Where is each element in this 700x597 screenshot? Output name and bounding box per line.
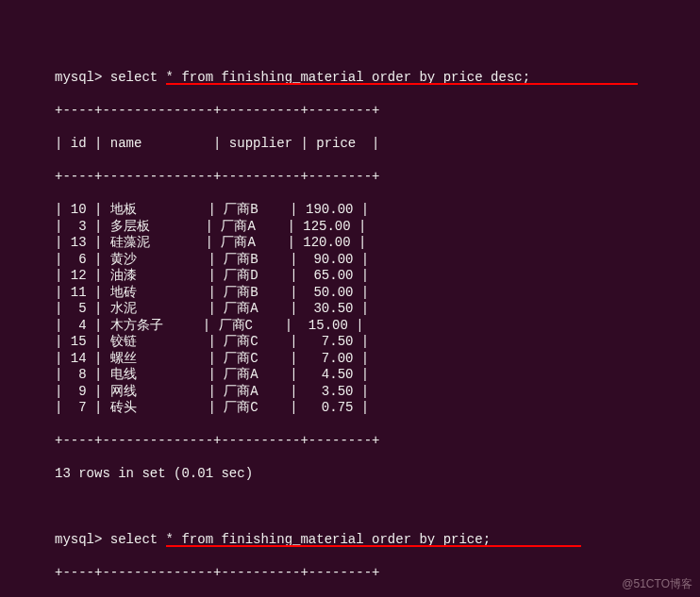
table-row: | 14 | 螺丝 | 厂商C | 7.00 | <box>55 351 700 368</box>
blank-line <box>55 499 700 516</box>
mysql-prompt: mysql> <box>55 70 110 85</box>
table-row: | 5 | 水泥 | 厂商A | 30.50 | <box>55 301 700 318</box>
table-row: | 3 | 多层板 | 厂商A | 125.00 | <box>55 219 700 236</box>
query-line-2[interactable]: mysql> select * from finishing_material … <box>55 532 700 549</box>
table-border-top-1: +----+--------------+----------+--------… <box>55 103 700 120</box>
table-row: | 12 | 油漆 | 厂商D | 65.00 | <box>55 268 700 285</box>
table-row: | 13 | 硅藻泥 | 厂商A | 120.00 | <box>55 235 700 252</box>
table-row: | 7 | 砖头 | 厂商C | 0.75 | <box>55 400 700 417</box>
table-row: | 15 | 铰链 | 厂商C | 7.50 | <box>55 334 700 351</box>
table-row: | 6 | 黄沙 | 厂商B | 90.00 | <box>55 252 700 269</box>
table-rows-1: | 10 | 地板 | 厂商B | 190.00 || 3 | 多层板 | 厂商… <box>55 202 700 417</box>
result-summary-1: 13 rows in set (0.01 sec) <box>55 466 700 483</box>
table-row: | 8 | 电线 | 厂商A | 4.50 | <box>55 367 700 384</box>
table-border-bot-1: +----+--------------+----------+--------… <box>55 433 700 450</box>
table-row: | 10 | 地板 | 厂商B | 190.00 | <box>55 202 700 219</box>
table-row: | 9 | 网线 | 厂商A | 3.50 | <box>55 384 700 401</box>
query-line-1[interactable]: mysql> select * from finishing_material … <box>55 70 700 87</box>
highlight-underline-2 <box>166 545 581 547</box>
watermark: @51CTO博客 <box>622 577 692 591</box>
table-border-top-2: +----+--------------+----------+--------… <box>55 565 700 582</box>
table-header-1: | id | name | supplier | price | <box>55 136 700 153</box>
highlight-underline-1 <box>166 83 638 85</box>
mysql-prompt: mysql> <box>55 532 110 547</box>
table-border-mid-1: +----+--------------+----------+--------… <box>55 169 700 186</box>
table-row: | 11 | 地砖 | 厂商B | 50.00 | <box>55 285 700 302</box>
table-row: | 4 | 木方条子 | 厂商C | 15.00 | <box>55 318 700 335</box>
